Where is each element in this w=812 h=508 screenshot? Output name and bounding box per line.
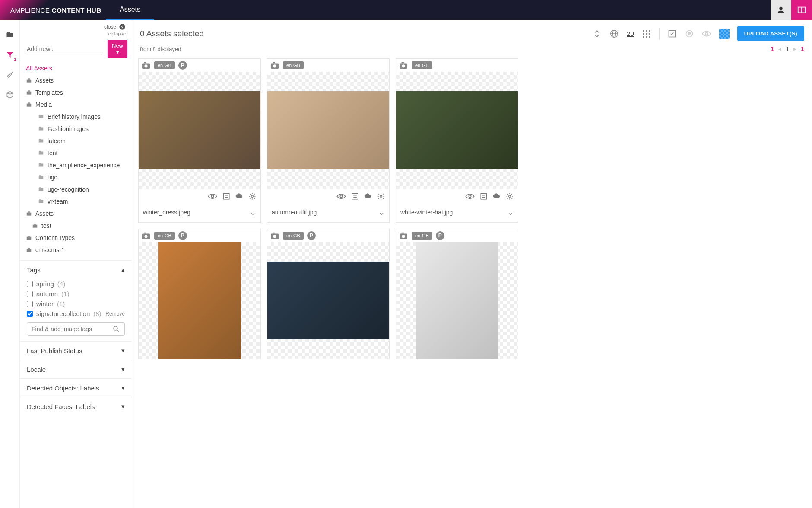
page-prev-icon[interactable]: ◂ — [778, 45, 781, 52]
publish-icon[interactable]: P — [685, 29, 694, 38]
nav-media-child[interactable]: ugc-recognition — [20, 183, 132, 195]
filter-icon[interactable]: 1 — [5, 50, 15, 60]
svg-rect-63 — [144, 233, 146, 234]
section-head[interactable]: Locale▾ — [20, 360, 132, 378]
gear-icon[interactable] — [377, 192, 385, 200]
svg-point-19 — [114, 326, 117, 330]
nav-test[interactable]: test — [20, 220, 132, 232]
sort-icon[interactable] — [592, 29, 602, 38]
nav-media-child[interactable]: ugc — [20, 171, 132, 183]
divider — [659, 28, 660, 40]
transparency-icon[interactable] — [719, 29, 730, 39]
nav-assets-2[interactable]: Assets — [20, 208, 132, 220]
select-all-icon[interactable] — [667, 29, 677, 38]
nav-templates[interactable]: Templates — [20, 86, 132, 99]
nav-media-child[interactable]: vr-team — [20, 195, 132, 208]
asset-thumbnail[interactable] — [139, 242, 260, 359]
nav-cms[interactable]: cms:cms-1 — [20, 244, 132, 256]
eye-icon[interactable] — [208, 193, 217, 199]
nav-assets[interactable]: Assets — [20, 74, 132, 86]
tools-icon[interactable] — [5, 70, 15, 80]
new-button[interactable]: New ▾ — [108, 40, 127, 58]
cloud-icon[interactable] — [364, 192, 372, 200]
gear-icon[interactable] — [248, 192, 256, 200]
locale-badge: en-GB — [154, 232, 175, 240]
asset-card[interactable]: en-GBP — [138, 229, 261, 359]
edit-icon[interactable] — [480, 192, 488, 200]
tag-checkbox[interactable] — [27, 291, 33, 297]
upload-button[interactable]: UPLOAD ASSET(S) — [737, 26, 804, 41]
cloud-icon[interactable] — [493, 192, 501, 200]
collapse-label[interactable]: collapse — [26, 31, 126, 36]
layout-icon[interactable] — [791, 0, 812, 20]
nav-media-child[interactable]: the_amplience_experience — [20, 159, 132, 171]
section-head[interactable]: Detected Objects: Labels▾ — [20, 379, 132, 397]
nav-media-child[interactable]: Brief history images — [20, 111, 132, 123]
user-icon[interactable] — [771, 0, 791, 20]
eye-icon[interactable] — [465, 193, 475, 199]
asset-thumbnail[interactable] — [267, 242, 389, 359]
section-head[interactable]: Last Publish Status▾ — [20, 342, 132, 360]
nav-media-child[interactable]: tent — [20, 147, 132, 159]
page-last[interactable]: 1 — [801, 45, 804, 52]
card-actions — [267, 189, 389, 204]
nav-content-types[interactable]: Content-Types — [20, 232, 132, 244]
asset-thumbnail[interactable] — [139, 72, 260, 189]
tag-row: spring (4) — [27, 279, 125, 289]
cube-icon[interactable] — [5, 90, 15, 99]
tag-checkbox[interactable] — [27, 301, 33, 307]
folder-icon[interactable] — [5, 30, 15, 40]
eye-icon[interactable] — [336, 193, 346, 199]
tag-checkbox[interactable] — [27, 281, 33, 287]
chevron-down-icon[interactable]: ⌄ — [507, 208, 514, 217]
close-sidebar[interactable]: close — [26, 23, 126, 30]
tags-section-head[interactable]: Tags ▴ — [20, 261, 132, 279]
asset-thumbnail[interactable] — [396, 72, 518, 189]
camera-icon — [399, 61, 408, 69]
tag-checkbox[interactable] — [27, 311, 33, 317]
card-header: en-GB — [267, 59, 389, 72]
tab-assets[interactable]: Assets — [106, 0, 154, 20]
asset-name: white-winter-hat.jpg — [400, 209, 453, 216]
locale-badge: en-GB — [283, 232, 304, 240]
svg-rect-6 — [28, 78, 30, 79]
edit-icon[interactable] — [222, 192, 230, 200]
svg-point-48 — [340, 195, 342, 197]
briefcase-icon — [26, 102, 32, 108]
globe-icon[interactable] — [609, 29, 619, 38]
page-first[interactable]: 1 — [771, 45, 774, 52]
cloud-icon[interactable] — [235, 192, 243, 200]
chevron-down-icon[interactable]: ⌄ — [378, 208, 385, 217]
chevron-down-icon[interactable]: ⌄ — [250, 208, 256, 217]
page-next-icon[interactable]: ▸ — [793, 45, 796, 52]
edit-icon[interactable] — [351, 192, 359, 200]
nav-all-assets[interactable]: All Assets — [20, 62, 132, 74]
nav-media-child[interactable]: Fashionimages — [20, 123, 132, 135]
preview-icon[interactable] — [702, 29, 711, 38]
asset-card[interactable]: en-GBwhite-winter-hat.jpg⌄ — [396, 58, 518, 223]
svg-rect-30 — [643, 36, 644, 38]
asset-thumbnail[interactable] — [396, 242, 518, 359]
nav-media-child[interactable]: lateam — [20, 135, 132, 147]
section-head[interactable]: Detected Faces: Labels▾ — [20, 397, 132, 415]
asset-card[interactable]: en-GBautumn-outfit.jpg⌄ — [267, 58, 390, 223]
add-new-input[interactable] — [26, 43, 103, 55]
tag-label: winter — [36, 300, 54, 307]
asset-card[interactable]: en-GBP — [267, 229, 390, 359]
tag-search-input[interactable] — [32, 326, 109, 332]
svg-line-20 — [117, 330, 119, 332]
filter-badge: 1 — [14, 57, 16, 61]
asset-thumbnail[interactable] — [267, 72, 389, 189]
asset-card[interactable]: en-GBP — [396, 229, 518, 359]
svg-rect-14 — [34, 224, 36, 224]
logo: AMPLIENCE CONTENT HUB — [0, 0, 106, 20]
asset-card[interactable]: en-GBPwinter_dress.jpeg⌄ — [138, 58, 261, 223]
grid-view-icon[interactable] — [642, 29, 651, 38]
locale-badge: en-GB — [412, 232, 432, 240]
publish-badge: P — [178, 61, 187, 70]
page-size[interactable]: 20 — [627, 30, 634, 37]
svg-rect-13 — [33, 225, 38, 228]
gear-icon[interactable] — [506, 192, 514, 200]
tag-remove[interactable]: Remove — [105, 311, 125, 317]
nav-media[interactable]: Media — [20, 99, 132, 111]
